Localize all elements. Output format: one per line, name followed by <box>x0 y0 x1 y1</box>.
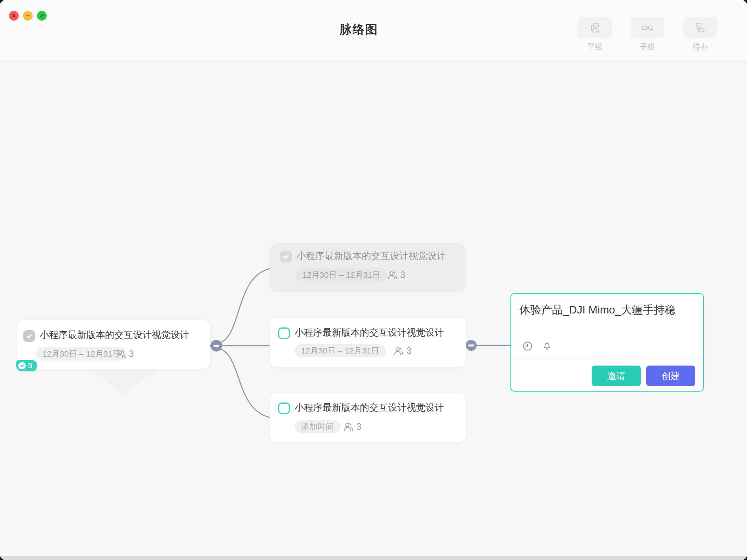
task-title: 小程序最新版本的交互设计视觉设计 <box>296 250 446 262</box>
toolbar-add-sibling-button[interactable]: 平级 <box>578 17 612 52</box>
toolbar-label: 待办 <box>693 42 708 52</box>
toolbar-add-child-button[interactable]: 子级 <box>630 17 665 52</box>
members-count[interactable]: 3 <box>388 270 405 280</box>
collapsed-count-badge[interactable]: 9 <box>16 360 37 371</box>
people-icon <box>116 350 126 359</box>
chevron-down-icon <box>18 362 26 369</box>
task-title-input[interactable]: 体验产品_DJI Mimo_大疆手持稳 <box>519 303 675 317</box>
task-title: 小程序最新版本的交互设计视觉设计 <box>295 401 444 414</box>
page-title: 脉络图 <box>340 21 378 38</box>
add-todo-node-icon <box>683 17 717 38</box>
task-node-done[interactable]: 小程序最新版本的交互设计视觉设计 12月30日 – 12月31日 3 <box>270 243 466 292</box>
people-icon <box>344 422 354 432</box>
checkbox-checked[interactable] <box>280 251 292 262</box>
bell-icon <box>542 341 552 352</box>
mindmap-canvas[interactable]: 小程序最新版本的交互设计视觉设计 12月30日 – 12月31日 3 9 小程序… <box>0 63 747 560</box>
task-node-draft[interactable]: 小程序最新版本的交互设计视觉设计 添加时间 3 <box>270 393 466 442</box>
collapse-toggle-active[interactable] <box>466 340 477 351</box>
checkbox-unchecked[interactable] <box>278 327 290 339</box>
titlebar: 脉络图 平级 <box>0 0 747 62</box>
members-count-value: 3 <box>400 270 405 280</box>
members-count[interactable]: 3 <box>116 349 134 359</box>
create-button[interactable]: 创建 <box>646 366 695 386</box>
date-range-chip[interactable]: 12月30日 – 12月31日 <box>36 347 127 360</box>
task-title: 小程序最新版本的交互设计视觉设计 <box>40 329 189 341</box>
invite-button[interactable]: 邀请 <box>592 366 641 386</box>
new-task-editor-card: 体验产品_DJI Mimo_大疆手持稳 邀请 创建 <box>510 293 704 392</box>
collapsed-count-value: 9 <box>28 361 32 370</box>
set-time-button[interactable] <box>521 340 534 352</box>
app-window: 脉络图 平级 <box>0 0 747 560</box>
set-reminder-button[interactable] <box>541 340 553 352</box>
people-icon <box>394 346 404 356</box>
members-count[interactable]: 3 <box>344 422 361 432</box>
date-range-chip[interactable]: 12月30日 – 12月31日 <box>295 344 386 357</box>
members-count-value: 3 <box>407 346 412 356</box>
date-range-chip[interactable]: 12月30日 – 12月31日 <box>296 268 387 282</box>
fullscreen-window-button[interactable] <box>37 11 47 21</box>
add-time-chip[interactable]: 添加时间 <box>295 420 340 433</box>
task-node-root[interactable]: 小程序最新版本的交互设计视觉设计 12月30日 – 12月31日 3 9 <box>17 320 210 369</box>
checkbox-unchecked[interactable] <box>278 402 290 414</box>
window-bottom-edge <box>0 556 747 560</box>
toolbar-add-todo-button[interactable]: 待办 <box>683 17 717 52</box>
add-sibling-node-icon <box>578 17 612 38</box>
members-count[interactable]: 3 <box>394 346 412 356</box>
toolbar-label: 平级 <box>587 42 603 52</box>
toolbar-label: 子级 <box>640 42 655 52</box>
collapse-toggle-root[interactable] <box>210 340 222 352</box>
card-cast-shadow <box>91 370 158 395</box>
members-count-value: 3 <box>356 422 361 432</box>
task-node-active[interactable]: 小程序最新版本的交互设计视觉设计 12月30日 – 12月31日 3 <box>270 318 466 367</box>
add-child-node-icon <box>630 17 665 38</box>
editor-divider <box>511 358 703 359</box>
members-count-value: 3 <box>129 349 134 359</box>
close-window-button[interactable] <box>9 11 19 21</box>
minimize-window-button[interactable] <box>23 11 33 21</box>
task-title: 小程序最新版本的交互设计视觉设计 <box>295 326 444 339</box>
checkbox-checked[interactable] <box>23 330 35 342</box>
people-icon <box>388 271 398 280</box>
clock-icon <box>522 341 533 352</box>
